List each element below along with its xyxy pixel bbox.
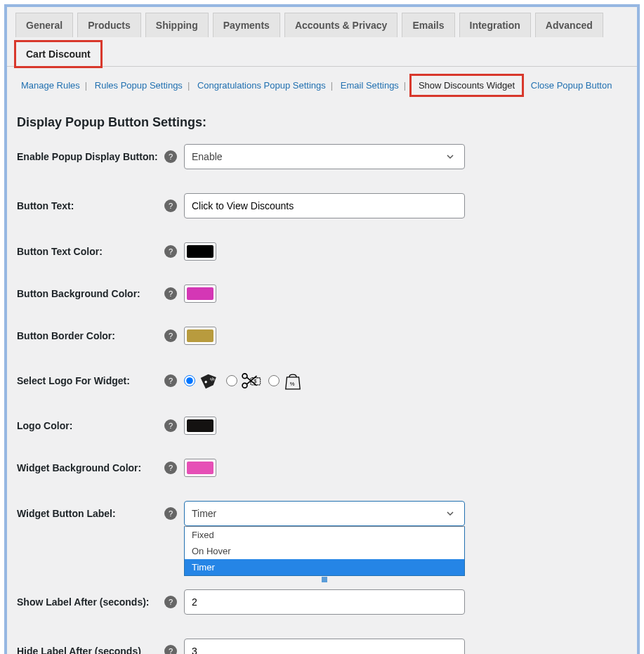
help-icon[interactable]: ? — [164, 462, 177, 474]
chevron-down-icon — [446, 152, 454, 161]
subnav-congrats-popup[interactable]: Congratulations Popup Settings — [193, 77, 330, 93]
widget-bg-picker[interactable] — [184, 459, 216, 477]
logo-color-picker[interactable] — [184, 417, 216, 435]
svg-text:%: % — [290, 381, 295, 387]
logo-radio-tag[interactable] — [184, 375, 195, 386]
logo-radio-scissors[interactable] — [226, 375, 237, 386]
border-color-picker[interactable] — [184, 327, 216, 345]
subnav-manage-rules[interactable]: Manage Rules — [17, 77, 84, 93]
bg-color-label: Button Background Color: — [17, 288, 164, 299]
tag-icon: % — [197, 369, 221, 393]
help-icon[interactable]: ? — [164, 374, 177, 387]
help-icon[interactable]: ? — [164, 329, 177, 342]
widget-btn-select[interactable]: Timer — [184, 501, 465, 526]
scissors-coupon-icon: $ — [239, 369, 263, 393]
subnav-email-settings[interactable]: Email Settings — [336, 77, 403, 93]
help-icon[interactable]: ? — [164, 245, 177, 258]
main-tabs: General Products Shipping Payments Accou… — [7, 7, 637, 67]
shopping-bag-icon: % — [281, 369, 305, 393]
hide-after-input[interactable] — [184, 639, 465, 654]
show-after-input[interactable] — [184, 589, 465, 615]
tab-products[interactable]: Products — [77, 13, 141, 37]
button-text-label: Button Text: — [17, 200, 164, 211]
page-title: Display Popup Button Settings: — [17, 115, 627, 130]
tab-advanced[interactable]: Advanced — [535, 13, 603, 37]
enable-select[interactable]: Enable — [184, 144, 465, 169]
logo-label: Select Logo For Widget: — [17, 375, 164, 386]
tab-cart-discount[interactable]: Cart Discount — [15, 41, 101, 67]
help-icon[interactable]: ? — [164, 645, 177, 654]
svg-text:$: $ — [254, 378, 257, 384]
chevron-down-icon — [446, 509, 454, 518]
help-icon[interactable]: ? — [164, 596, 177, 608]
subnav: Manage Rules| Rules Popup Settings| Cong… — [7, 67, 637, 100]
subnav-close-popup[interactable]: Close Popup Button — [527, 77, 617, 93]
logo-color-label: Logo Color: — [17, 420, 164, 431]
border-color-label: Button Border Color: — [17, 330, 164, 341]
help-icon[interactable]: ? — [164, 507, 177, 520]
help-icon[interactable]: ? — [164, 419, 177, 432]
subnav-rules-popup[interactable]: Rules Popup Settings — [91, 77, 187, 93]
tab-general[interactable]: General — [15, 13, 73, 37]
tab-integration[interactable]: Integration — [459, 13, 531, 37]
enable-label: Enable Popup Display Button: — [17, 151, 164, 162]
dropdown-option-fixed[interactable]: Fixed — [185, 527, 464, 543]
widget-btn-dropdown: Fixed On Hover Timer — [184, 526, 465, 576]
show-after-label: Show Label After (seconds): — [17, 596, 164, 608]
tab-emails[interactable]: Emails — [402, 13, 454, 37]
resize-handle-icon — [322, 577, 327, 582]
help-icon[interactable]: ? — [164, 200, 177, 212]
help-icon[interactable]: ? — [164, 150, 177, 163]
tab-shipping[interactable]: Shipping — [145, 13, 209, 37]
widget-bg-label: Widget Background Color: — [17, 462, 164, 473]
help-icon[interactable]: ? — [164, 287, 177, 300]
hide-after-label: Hide Label After (seconds) — [17, 646, 164, 654]
tab-accounts[interactable]: Accounts & Privacy — [284, 13, 398, 37]
text-color-picker[interactable] — [184, 242, 216, 261]
button-text-input[interactable] — [184, 193, 465, 218]
tab-payments[interactable]: Payments — [213, 13, 280, 37]
subnav-show-widget[interactable]: Show Discounts Widget — [409, 74, 524, 97]
bg-color-picker[interactable] — [184, 285, 216, 303]
dropdown-option-timer[interactable]: Timer — [185, 559, 464, 575]
logo-radio-bag[interactable] — [268, 375, 280, 386]
widget-btn-label: Widget Button Label: — [17, 508, 164, 519]
text-color-label: Button Text Color: — [17, 246, 164, 257]
dropdown-option-hover[interactable]: On Hover — [185, 543, 464, 559]
